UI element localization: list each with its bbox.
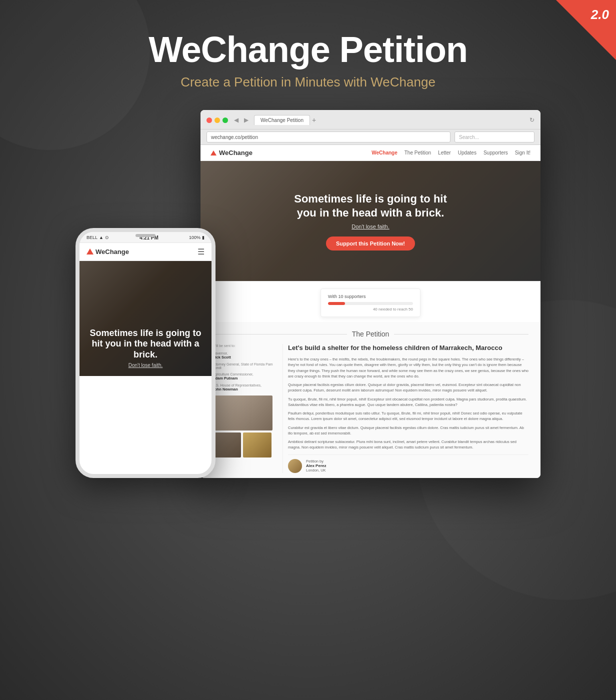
petition-main-title: Let's build a shelter for the homeless c… [288,344,528,352]
phone-hero-subtitle: Don't lose faith. [88,362,204,368]
hero-subtitle: Don't lose faith. [352,224,389,230]
recipient-name-1: Rick Scott [212,355,278,360]
progress-section: With 10 supporters 40 needed to reach 50 [200,281,540,322]
hero-title: Sometimes life is going to hit you in th… [290,192,450,220]
search-placeholder: Search... [459,134,479,140]
petition-body-4: Paullum deliqui, ponderibus modulisque s… [288,410,528,422]
recipient-rick-scott: Governor, Rick Scott [212,352,278,360]
progress-needed: 40 needed to reach 50 [328,307,413,312]
phone-logo-icon [86,248,94,254]
recipient-role-4: U.S. House of Representatives, [212,384,278,387]
petition-images [212,396,278,458]
recipient-agriculture: Agriculture Commissioner, Adam Putnam [212,372,278,380]
petition-image-3 [243,432,272,458]
site-nav-links: WeChange The Petition Letter Updates Sup… [372,150,530,156]
recipient-name-3: Adam Putnam [212,376,278,380]
will-be-sent-label: Will be sent to: [212,344,278,348]
petition-body-1: Here's to the crazy ones – the misfits, … [288,356,528,379]
nav-link-updates[interactable]: Updates [458,150,476,156]
phone-battery-icon: ▮ [202,235,204,240]
phone-logo-text: WeChange [96,248,129,256]
recipient-role-3: Agriculture Commissioner, [212,372,278,376]
progress-bar-track [328,302,413,305]
petition-body-5: Curabitur est gravida et libero vitae di… [288,425,528,436]
petition-author: Petition by Alex Perez London, UK [288,454,528,473]
content-area: BELL ▲ ⊙ 4:21 PM 100% ▮ WeChange ☰ Somet… [0,110,616,478]
site-logo: WeChange [210,149,252,156]
petition-body-2: Quisque placerat facilisis egestas cillu… [288,382,528,394]
recipient-attorney-general: Attorney General, State of Florida Pam B… [212,362,278,370]
petition-content: Will be sent to: Governor, Rick Scott At… [212,344,528,472]
nav-link-letter[interactable]: Letter [438,150,451,156]
support-petition-button[interactable]: Support this Petition Now! [326,236,415,250]
browser-tab-bar: WeChange Petition + [254,115,526,125]
address-bar[interactable]: wechange.co/petition [206,132,450,142]
site-hero: Sometimes life is going to hit you in th… [200,161,540,281]
petition-left-column: Will be sent to: Governor, Rick Scott At… [212,344,282,472]
author-location: London, UK [306,468,326,472]
site-logo-text: WeChange [219,149,252,156]
phone-status-right: 100% ▮ [189,235,204,240]
petition-section-title: The Petition [212,330,528,338]
nav-link-petition[interactable]: The Petition [404,150,431,156]
version-number: 2.0 [591,8,609,21]
progress-bar-fill [328,302,345,305]
petition-right-column: Let's build a shelter for the homeless c… [282,344,528,472]
phone-hero-title: Sometimes life is going to hit you in th… [88,328,204,360]
forward-button[interactable]: ▶ [242,116,250,124]
main-title: WeChange Petition [0,30,616,70]
petition-image-1 [212,396,272,430]
phone-hero-overlay: Sometimes life is going to hit you in th… [80,261,212,376]
phone-navbar: WeChange ☰ [80,243,212,261]
supporters-label: With 10 supporters [328,294,413,299]
petition-body-6: Ambitiosi delirant scripturae subiaceatu… [288,439,528,450]
petition-section-title-text: The Petition [352,330,390,338]
phone-status-left: BELL ▲ ⊙ [86,235,109,240]
browser-window-controls [206,118,228,123]
address-text: wechange.co/petition [211,134,258,140]
browser-titlebar: ◀ ▶ WeChange Petition + ↻ [200,110,540,130]
petition-image-2 [212,432,241,458]
progress-card: With 10 supporters 40 needed to reach 50 [320,288,420,317]
phone-battery: 100% [189,235,200,240]
minimize-window-button[interactable] [214,118,220,123]
refresh-button[interactable]: ↻ [530,116,534,124]
browser-nav-buttons: ◀ ▶ [232,116,250,124]
author-info: Petition by Alex Perez London, UK [306,459,326,472]
search-bar[interactable]: Search... [454,132,534,142]
nav-link-sign[interactable]: Sign It! [515,150,530,156]
site-hero-overlay: Sometimes life is going to hit you in th… [200,161,540,281]
back-button[interactable]: ◀ [232,116,240,124]
phone-menu-icon[interactable]: ☰ [198,247,204,256]
phone-mockup: BELL ▲ ⊙ 4:21 PM 100% ▮ WeChange ☰ Somet… [76,228,216,478]
phone-speaker [136,234,156,237]
author-name: Alex Perez [306,464,326,468]
phone-logo: WeChange [86,248,129,256]
recipient-house: U.S. House of Representatives, John Newm… [212,384,278,392]
recipient-name-4: John Newman [212,387,278,392]
header-section: WeChange Petition Create a Petition in M… [0,0,616,110]
petition-image-row [212,432,278,458]
nav-link-supporters[interactable]: Supporters [484,150,508,156]
close-window-button[interactable] [206,118,212,123]
petition-section: The Petition Will be sent to: Governor, … [200,322,540,478]
browser-tab[interactable]: WeChange Petition [254,115,310,125]
main-subtitle: Create a Petition in Minutes with WeChan… [0,74,616,90]
phone-wifi-icon: ⊙ [105,235,109,240]
petition-by-label: Petition by [306,459,326,464]
petition-body-3: Tu quoque, Brute, fili mi, nihil timor p… [288,396,528,408]
browser-mockup: ◀ ▶ WeChange Petition + ↻ wechange.co/pe… [200,110,540,478]
phone-carrier: BELL [86,235,98,240]
recipient-role-2: Attorney General, State of Florida Pam B… [212,362,278,370]
nav-link-wechange[interactable]: WeChange [372,150,398,156]
site-navbar: WeChange WeChange The Petition Letter Up… [200,145,540,161]
add-tab-button[interactable]: + [312,116,316,124]
author-avatar [288,459,302,473]
site-logo-icon [210,150,216,156]
browser-address-row: wechange.co/petition Search... [200,130,540,145]
maximize-window-button[interactable] [222,118,228,123]
phone-hero: Sometimes life is going to hit you in th… [80,261,212,376]
recipient-role-1: Governor, [212,352,278,355]
phone-signal: ▲ [99,235,104,240]
browser-tab-label: WeChange Petition [260,118,304,123]
